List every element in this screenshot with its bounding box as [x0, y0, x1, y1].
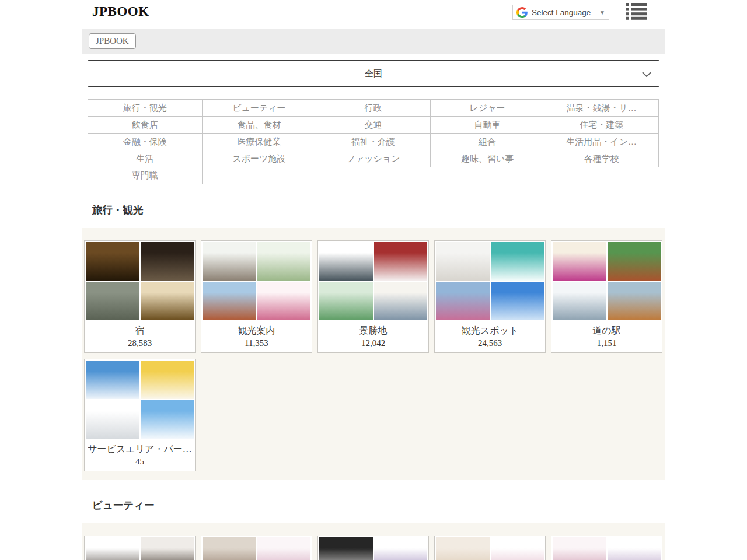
category-card[interactable] [201, 536, 312, 560]
breadcrumb: JPBOOK [82, 29, 665, 54]
card-count: 28,583 [86, 338, 194, 348]
category-cell[interactable]: レジャー [430, 100, 544, 117]
category-cell[interactable]: 福祉・介護 [316, 134, 431, 150]
thumbnail-image [203, 282, 256, 320]
category-cell[interactable]: 各種学校 [544, 150, 659, 167]
card-thumbnails [319, 242, 427, 320]
section-card-grid: 宿28,583観光案内11,353景勝地12,042観光スポット24,563道の… [82, 228, 665, 480]
region-select-value: 全国 [365, 68, 382, 79]
thumbnail-image [608, 242, 661, 281]
thumbnail-image [319, 537, 373, 560]
category-row: 生活スポーツ施設ファッション趣味、習い事各種学校 [88, 150, 659, 167]
category-cell[interactable]: 旅行・観光 [88, 100, 203, 117]
card-count: 1,151 [553, 338, 661, 348]
chevron-down-icon [642, 72, 651, 77]
category-card[interactable]: サービスエリア・パー…45 [84, 359, 196, 471]
card-label: 宿 [86, 325, 194, 337]
category-table: 旅行・観光ビューティー行政レジャー温泉・銭湯・サ…飲食店食品、食材交通自動車住宅… [88, 99, 659, 184]
category-cell[interactable]: 生活用品・イン… [544, 134, 659, 150]
card-thumbnails [86, 360, 194, 439]
card-thumbnails [553, 537, 661, 560]
card-thumbnails [319, 537, 427, 560]
category-cell[interactable]: ファッション [316, 150, 431, 167]
category-cell[interactable]: 飲食店 [88, 117, 203, 134]
thumbnail-image [436, 242, 490, 281]
category-cell-empty [544, 167, 659, 184]
card-thumbnails [436, 537, 544, 560]
category-cell[interactable]: 趣味、習い事 [430, 150, 544, 167]
card-thumbnails [203, 242, 310, 320]
category-card[interactable]: 観光スポット24,563 [434, 240, 546, 353]
card-count: 12,042 [319, 338, 427, 348]
thumbnail-image [86, 360, 139, 399]
thumbnail-image [374, 242, 428, 281]
card-label: サービスエリア・パー… [86, 443, 194, 455]
thumbnail-image [141, 242, 194, 281]
category-card[interactable] [84, 536, 196, 560]
thumbnail-image [491, 242, 544, 281]
category-row: 専門職 [88, 167, 659, 184]
card-count: 24,563 [436, 338, 544, 348]
category-cell-empty [430, 167, 544, 184]
thumbnail-image [141, 360, 194, 399]
category-cell[interactable]: 食品、食材 [202, 117, 316, 134]
category-cell[interactable]: 組合 [430, 134, 544, 150]
thumbnail-image [86, 282, 139, 320]
thumbnail-image [436, 282, 490, 320]
category-cell[interactable]: 医療保健業 [202, 134, 316, 150]
thumbnail-image [491, 282, 544, 320]
card-thumbnails [553, 242, 661, 320]
category-cell-empty [316, 167, 431, 184]
category-cell-empty [202, 167, 316, 184]
card-thumbnails [203, 537, 310, 560]
thumbnail-image [491, 537, 544, 560]
category-cell[interactable]: 住宅・建築 [544, 117, 659, 134]
site-logo-title: JPBOOK [92, 4, 149, 19]
category-cell[interactable]: ビューティー [202, 100, 316, 117]
thumbnail-image [608, 282, 661, 320]
google-logo-icon [516, 7, 528, 18]
translate-caret-icon: ▼ [599, 9, 605, 16]
category-card[interactable] [434, 536, 546, 560]
card-thumbnails [436, 242, 544, 320]
card-count: 45 [86, 456, 194, 467]
breadcrumb-item-jpbook[interactable]: JPBOOK [89, 33, 136, 49]
category-cell[interactable]: 温泉・銭湯・サ… [544, 100, 659, 117]
card-label: 観光スポット [436, 325, 544, 337]
site-header: JPBOOK Select Language ▼ [82, 0, 665, 29]
region-select[interactable]: 全国 [88, 60, 659, 87]
thumbnail-image [141, 537, 194, 560]
thumbnail-image [86, 400, 139, 439]
thumbnail-image [257, 242, 311, 281]
category-card[interactable]: 宿28,583 [84, 240, 196, 353]
section-title: ビューティー [92, 498, 665, 512]
category-card[interactable] [551, 536, 662, 560]
category-cell[interactable]: 生活 [88, 150, 203, 167]
section-card-grid [82, 523, 665, 560]
category-cell[interactable]: 自動車 [430, 117, 544, 134]
category-card[interactable]: 観光案内11,353 [201, 240, 312, 353]
google-translate-widget[interactable]: Select Language ▼ [512, 5, 609, 20]
thumbnail-image [257, 537, 311, 560]
category-cell[interactable]: 金融・保険 [88, 134, 203, 150]
category-card[interactable] [317, 536, 429, 560]
card-thumbnails [86, 537, 194, 560]
card-label: 道の駅 [553, 325, 661, 337]
category-row: 飲食店食品、食材交通自動車住宅・建築 [88, 117, 659, 134]
menu-list-icon[interactable] [626, 4, 647, 20]
thumbnail-image [608, 537, 661, 560]
category-card[interactable]: 景勝地12,042 [317, 240, 429, 353]
thumbnail-image [203, 242, 256, 281]
category-cell[interactable]: スポーツ施設 [202, 150, 316, 167]
translate-separator [595, 8, 595, 17]
category-cell[interactable]: 専門職 [88, 167, 203, 184]
thumbnail-image [141, 400, 194, 439]
category-row: 金融・保険医療保健業福祉・介護組合生活用品・イン… [88, 134, 659, 150]
category-cell[interactable]: 行政 [316, 100, 431, 117]
thumbnail-image [553, 282, 606, 320]
section-divider [82, 225, 665, 225]
thumbnail-image [553, 242, 606, 281]
category-cell[interactable]: 交通 [316, 117, 431, 134]
category-card[interactable]: 道の駅1,151 [551, 240, 662, 353]
section-title: 旅行・観光 [92, 203, 665, 217]
